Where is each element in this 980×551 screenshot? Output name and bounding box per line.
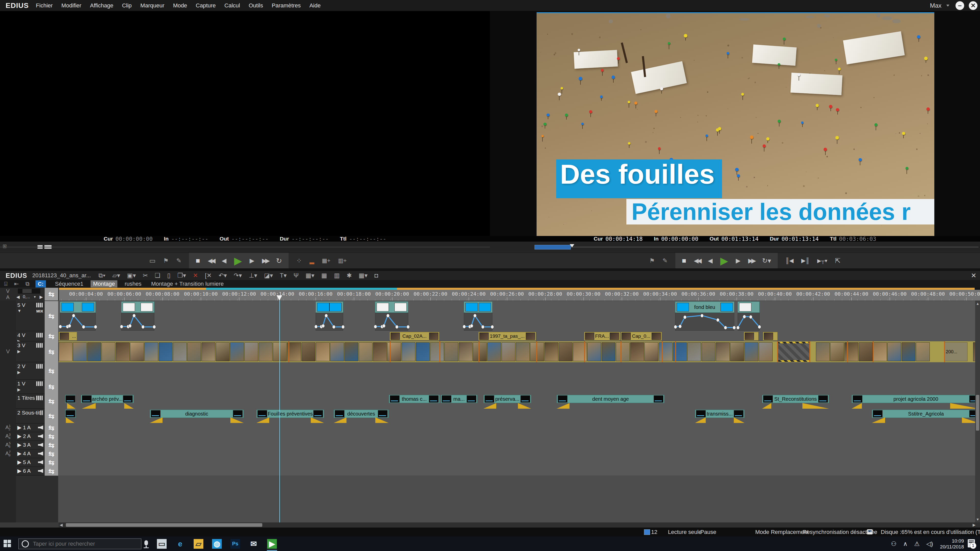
add-clip-icon[interactable]: ▦▾ xyxy=(305,272,315,279)
track-header-4A[interactable]: ▶ 4 A xyxy=(16,449,45,458)
timeline-clip-4v[interactable]: Cap_0... xyxy=(620,332,662,341)
overlay-icon[interactable]: ▂ xyxy=(310,257,314,264)
menu-item-modifier[interactable]: Modifier xyxy=(62,2,81,9)
capture-still-icon[interactable]: ◘ xyxy=(375,272,379,279)
keyframe-point[interactable] xyxy=(314,325,318,329)
timeline-clip-subtitles[interactable] xyxy=(65,410,76,418)
program-seek-track[interactable] xyxy=(535,247,978,248)
track-header-2Sous-tit[interactable]: 2 Sous-tit xyxy=(16,409,45,424)
timeline-clip-titles[interactable]: archéo prév... xyxy=(81,395,134,403)
next-edit-dropdown-button[interactable]: ▶┬▾ xyxy=(817,258,827,264)
keyframe-point[interactable] xyxy=(724,326,727,330)
add-to-bin-icon[interactable]: ▦+ xyxy=(322,257,331,264)
timeline-clip-5v[interactable] xyxy=(738,302,760,313)
keyframe-point[interactable] xyxy=(321,324,325,328)
timeline-clip-subtitles[interactable]: découvertes xyxy=(334,410,388,418)
timeline-clip-subtitles[interactable]: Sstitre_Agricola xyxy=(872,410,980,418)
mic-icon[interactable] xyxy=(145,540,148,545)
keyframe-point[interactable] xyxy=(120,325,123,329)
timeline-clip-titles[interactable]: St_Reconstitutions xyxy=(762,395,829,403)
track-row-2A[interactable] xyxy=(59,432,975,441)
tab-s-quence1[interactable]: Séquence1 xyxy=(52,280,86,287)
clip-mixer-keyframes[interactable] xyxy=(121,313,154,330)
timeline-clip-5v[interactable]: fond bleu xyxy=(675,302,734,313)
timeline-hscrollbar[interactable]: ◀ ▶ xyxy=(0,522,980,527)
track-expand-arrow[interactable]: ▼ xyxy=(18,309,21,313)
mail-icon[interactable]: ✉ xyxy=(248,537,259,551)
timeline-clip-5v[interactable] xyxy=(121,302,154,313)
track-mix-label[interactable]: MIX xyxy=(36,309,43,313)
track-header-3A[interactable]: ▶ 3 A xyxy=(16,441,45,449)
close-button[interactable]: ✕ xyxy=(969,1,977,10)
program-seek-progress[interactable] xyxy=(535,245,571,249)
timeline-clip-titles[interactable]: préserva... xyxy=(484,395,531,403)
keyframe-point[interactable] xyxy=(386,314,390,318)
taskbar-clock[interactable]: 10:09 20/11/2018 xyxy=(936,538,964,550)
track-header-5V[interactable]: 5 V▼MIX xyxy=(16,301,45,331)
track-row-5A[interactable] xyxy=(59,458,975,467)
timeline-clip-5v[interactable] xyxy=(60,302,95,313)
menu-item-paramètres[interactable]: Paramètres xyxy=(272,2,301,9)
track-header-3V[interactable]: 3 V▶ xyxy=(16,341,45,362)
speaker-icon[interactable] xyxy=(38,443,43,447)
timeline-clip-4v[interactable]: Cap_02A... xyxy=(390,332,439,341)
menu-item-fichier[interactable]: Fichier xyxy=(36,2,53,9)
timeline-clip-4v[interactable]: 1997_ta_pas_... xyxy=(478,332,536,341)
keyframe-point[interactable] xyxy=(700,314,704,318)
track-header-2V[interactable]: 2 V▶ xyxy=(16,362,45,380)
timeline-clip-3v-end[interactable]: 200... xyxy=(944,342,967,361)
track-sync-toggle[interactable]: ⇆ xyxy=(45,424,58,432)
timeline-clip-subtitles[interactable]: diagnostic xyxy=(150,410,243,418)
sequence-new-icon[interactable]: ⧉▾ xyxy=(99,272,105,279)
save-project-icon[interactable]: ▣▾ xyxy=(127,272,136,279)
export-button[interactable]: ⇱ xyxy=(835,257,841,265)
track-expand-arrow[interactable]: ▶ xyxy=(18,387,21,392)
speaker-icon[interactable] xyxy=(38,426,43,430)
open-project-icon[interactable]: ▱▾ xyxy=(112,272,120,279)
clip-mixer-keyframes[interactable] xyxy=(60,313,95,330)
goto-out-button[interactable]: ▶║ xyxy=(801,257,810,264)
corner-sync-toggle[interactable]: ⇆ xyxy=(45,288,58,301)
keyframe-point[interactable] xyxy=(732,326,736,330)
timeline-clip-4v[interactable]: ... xyxy=(59,332,77,341)
track-sync-toggle[interactable]: ⇆ xyxy=(45,341,58,362)
timeline-clip-4v[interactable] xyxy=(744,332,759,341)
track-header-1Titres[interactable]: 1 Titres xyxy=(16,394,45,409)
hscroll-right-arrow[interactable]: ▶ xyxy=(973,523,976,527)
keyframe-point[interactable] xyxy=(473,314,477,318)
clip-mixer-keyframes[interactable] xyxy=(375,313,408,330)
corner-patch-thumb[interactable] xyxy=(22,289,32,293)
marker-pen-icon[interactable]: ✎ xyxy=(176,257,181,264)
film-icon[interactable] xyxy=(36,303,43,308)
speaker-icon[interactable] xyxy=(38,460,43,464)
menu-item-affichage[interactable]: Affichage xyxy=(90,2,113,9)
track-sync-toggle[interactable]: ⇆ xyxy=(45,449,58,458)
track-expand-arrow[interactable]: ▶ xyxy=(18,349,21,354)
vscroll-down-arrow[interactable]: ▼ xyxy=(976,517,980,521)
photoshop-icon[interactable]: Ps xyxy=(230,537,241,551)
keyframe-point[interactable] xyxy=(325,314,328,318)
keyframe-point[interactable] xyxy=(737,326,740,330)
hscroll-left-arrow[interactable]: ◀ xyxy=(60,523,63,527)
play-button[interactable]: ▶ xyxy=(234,255,242,267)
voiceover-icon[interactable]: Ψ xyxy=(294,272,299,279)
timeline-clip-titles[interactable]: dent moyen age xyxy=(557,395,664,403)
sync-link-icon[interactable]: ⧉ xyxy=(25,281,30,287)
title-tool-icon[interactable]: T▾ xyxy=(280,272,287,279)
play-button[interactable]: ▶ xyxy=(720,255,728,267)
stop-button[interactable]: ■ xyxy=(196,257,200,265)
track-sync-toggle[interactable]: ⇆ xyxy=(45,380,58,394)
audio-mixer-icon[interactable]: ▥ xyxy=(334,272,340,279)
timeline-clip-4v[interactable] xyxy=(763,332,778,341)
step-back-button[interactable]: ◀ xyxy=(222,257,226,264)
keyframe-point[interactable] xyxy=(59,325,62,329)
goto-in-button[interactable]: ║◀ xyxy=(785,257,794,264)
track-sync-toggle[interactable]: ⇆ xyxy=(45,331,58,341)
clip-mixer-keyframes[interactable] xyxy=(464,313,492,330)
track-header-5A[interactable]: ▶ 5 A xyxy=(16,458,45,467)
speaker-icon[interactable] xyxy=(38,434,43,438)
photos-app-icon[interactable]: ◍ xyxy=(211,537,223,551)
loop-button[interactable]: ↻ xyxy=(276,257,282,265)
layout-preset-dropdown[interactable]: Max xyxy=(930,2,950,9)
keyframe-point[interactable] xyxy=(481,325,485,329)
